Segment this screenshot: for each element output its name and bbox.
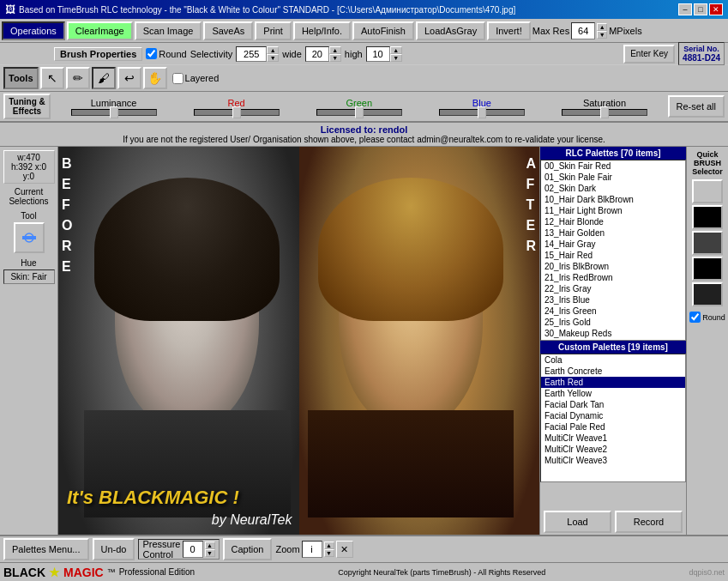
layered-checkbox[interactable] [172, 73, 184, 84]
palettes-menu-button[interactable]: Palettes Menu... [3, 538, 89, 560]
selectivity-down[interactable]: ▼ [267, 54, 279, 62]
custom-palette-item[interactable]: MultiClr Weave2 [541, 444, 685, 455]
rlc-palette-item[interactable]: 14_Hair Gray [541, 239, 685, 250]
rlc-palette-item[interactable]: 21_Iris RedBrown [541, 272, 685, 283]
brush-swatch-5[interactable] [692, 282, 723, 306]
auto-finish-menu[interactable]: AutoFinish [352, 21, 414, 40]
minimize-button[interactable]: – [678, 3, 692, 15]
reset-all-button[interactable]: Re-set all [668, 95, 725, 118]
pressure-input[interactable] [183, 541, 203, 558]
custom-palettes-section: Custom Palettes [19 items] ColaEarth Con… [540, 341, 686, 535]
selectivity-input[interactable] [236, 46, 267, 62]
tool-pencil-button[interactable]: ✏ [66, 67, 90, 89]
brush-swatch-2[interactable] [692, 205, 723, 229]
tool-arrow-button[interactable]: ↖ [40, 67, 64, 89]
custom-palette-item[interactable]: Earth Red [541, 377, 685, 388]
wide-up[interactable]: ▲ [329, 46, 341, 54]
custom-palette-item[interactable]: Cola [541, 354, 685, 366]
max-res-down[interactable]: ▼ [597, 31, 607, 39]
custom-palette-item[interactable]: Earth Concrete [541, 366, 685, 377]
rlc-palette-item[interactable]: 10_Hair Dark BlkBrown [541, 194, 685, 205]
tools-section-label: Tools [3, 67, 39, 89]
load-palette-button[interactable]: Load [544, 511, 611, 533]
custom-palette-item[interactable]: Facial Pale Red [541, 421, 685, 433]
rlc-palette-item[interactable]: 13_Hair Golden [541, 227, 685, 239]
rlc-palette-item[interactable]: 24_Iris Green [541, 306, 685, 317]
tool-brush-button[interactable]: 🖌 [92, 67, 116, 89]
high-spinbox: ▲ ▼ [366, 46, 402, 62]
luminance-slider[interactable] [71, 109, 157, 116]
rlc-palette-item[interactable]: 00_Skin Fair Red [541, 160, 685, 172]
rlc-palettes-list[interactable]: 00_Skin Fair Red01_Skin Pale Fair02_Skin… [540, 160, 686, 341]
zoom-label: Zoom [275, 544, 299, 554]
brush-swatch-3[interactable] [692, 231, 723, 255]
enter-key-button[interactable]: Enter Key [623, 45, 675, 64]
zoom-down[interactable]: ▼ [324, 549, 334, 557]
pressure-down[interactable]: ▼ [205, 549, 215, 557]
maximize-button[interactable]: □ [694, 3, 707, 15]
after-image: A F T E R [299, 147, 540, 535]
max-res-up[interactable]: ▲ [597, 23, 607, 31]
custom-palette-item[interactable]: Facial Dark Tan [541, 399, 685, 410]
pressure-up[interactable]: ▲ [205, 542, 215, 549]
high-input[interactable] [366, 46, 390, 62]
high-up[interactable]: ▲ [390, 46, 402, 54]
brush-swatch-1[interactable] [692, 179, 723, 203]
rlc-palette-item[interactable]: 11_Hair Light Brown [541, 205, 685, 216]
caption-button[interactable]: Caption [223, 538, 273, 560]
selectivity-up[interactable]: ▲ [267, 46, 279, 54]
rlc-palette-item[interactable]: 12_Hair Blonde [541, 216, 685, 227]
custom-palette-item[interactable]: Facial Dynamic [541, 410, 685, 421]
custom-palette-item[interactable]: MultiClr Weave1 [541, 433, 685, 444]
high-down[interactable]: ▼ [390, 54, 402, 62]
rlc-palette-item[interactable]: 15_Hair Red [541, 250, 685, 261]
rlc-palette-item[interactable]: 01_Skin Pale Fair [541, 172, 685, 183]
rlc-palette-item[interactable]: 30_Makeup Reds [541, 328, 685, 339]
undo-button[interactable]: Un-do [93, 538, 135, 560]
blue-slider[interactable] [439, 109, 525, 116]
wide-spinbox: ▲ ▼ [305, 46, 341, 62]
rlc-palette-item[interactable]: 20_Iris BlkBrown [541, 261, 685, 272]
record-palette-button[interactable]: Record [615, 511, 683, 533]
rlc-palette-item[interactable]: 23_Iris Blue [541, 294, 685, 306]
bottom-bar: Palettes Menu... Un-do PressureControl ▲… [0, 535, 728, 562]
max-res-box: Max Res ▲ ▼ MPixels [532, 22, 642, 39]
brush-swatch-4[interactable] [692, 257, 723, 281]
close-button[interactable]: ✕ [709, 3, 723, 15]
print-menu[interactable]: Print [255, 21, 292, 40]
saturation-slider[interactable] [562, 109, 647, 116]
save-as-menu[interactable]: SaveAs [203, 21, 253, 40]
custom-palette-item[interactable]: MultiClr Weave3 [541, 455, 685, 466]
operations-menu[interactable]: Operations [2, 21, 65, 40]
scan-image-menu[interactable]: Scan Image [135, 21, 202, 40]
wide-input[interactable] [305, 46, 329, 62]
red-slider[interactable] [194, 109, 280, 116]
neuraltek-text: by NeuralTek [212, 512, 292, 528]
wide-down[interactable]: ▼ [329, 54, 341, 62]
after-letters: A F T E R [526, 154, 536, 257]
quick-brush-round-checkbox[interactable] [689, 312, 701, 323]
custom-palette-item[interactable]: Earth Yellow [541, 388, 685, 399]
rlc-palette-item[interactable]: 25_Iris Gold [541, 317, 685, 328]
mpixels-label: MPixels [609, 26, 642, 36]
invert-menu[interactable]: Invert! [487, 21, 531, 40]
round-checkbox[interactable] [146, 48, 157, 59]
canvas-area[interactable]: B E F O R E [58, 147, 539, 535]
selectivity-spinbox: ▲ ▼ [236, 46, 279, 62]
tool-undo-button[interactable]: ↩ [117, 67, 141, 89]
max-res-input[interactable] [571, 22, 595, 39]
rlc-palette-item[interactable]: 02_Skin Dark [541, 183, 685, 194]
zoom-input[interactable] [302, 541, 322, 558]
custom-palettes-list[interactable]: ColaEarth ConcreteEarth RedEarth YellowF… [540, 354, 686, 482]
rlc-palette-item[interactable]: 22_Iris Gray [541, 283, 685, 294]
load-as-gray-menu[interactable]: LoadAsGray [416, 21, 485, 40]
luminance-slider-group: Luminance [54, 98, 173, 116]
round-checkbox-group: Round [146, 48, 186, 59]
clear-image-menu[interactable]: ClearImage [67, 21, 133, 40]
green-slider[interactable] [316, 109, 402, 116]
help-info-menu[interactable]: Help/Info. [293, 21, 351, 40]
tool-preview[interactable] [14, 222, 45, 253]
tool-hand-button[interactable]: ✋ [143, 67, 167, 89]
zoom-up[interactable]: ▲ [324, 542, 334, 549]
zoom-close-button[interactable]: ✕ [336, 541, 353, 558]
